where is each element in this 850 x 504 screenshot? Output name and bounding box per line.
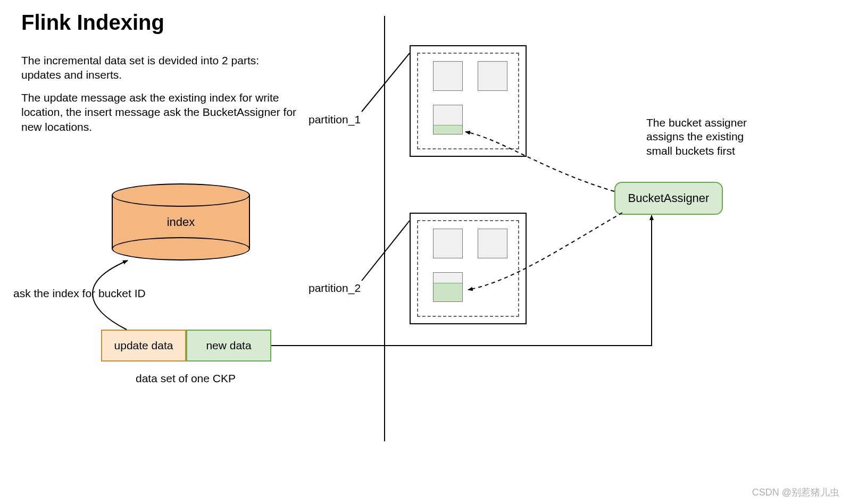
partition-2-box xyxy=(410,213,527,324)
new-data-box: new data xyxy=(186,330,271,362)
diagram-title: Flink Indexing xyxy=(21,11,164,35)
bucket-icon xyxy=(433,229,463,258)
partition-2-label: partition_2 xyxy=(309,282,361,295)
svg-line-2 xyxy=(362,221,410,281)
bucket-icon xyxy=(478,61,507,91)
watermark-text: CSDN @别惹猪儿虫 xyxy=(752,486,839,499)
bucket-assigner-note: The bucket assigner assigns the existing… xyxy=(646,116,753,158)
bucket-small-icon xyxy=(433,105,463,135)
bucket-icon xyxy=(433,61,463,91)
update-data-box: update data xyxy=(101,330,186,362)
svg-line-1 xyxy=(362,53,410,112)
index-label: index xyxy=(112,215,250,229)
bucket-small-icon xyxy=(433,272,463,302)
bucket-icon xyxy=(478,229,507,258)
index-cylinder: index xyxy=(112,183,250,261)
data-set-caption: data set of one CKP xyxy=(136,372,236,385)
description-paragraph-2: The update message ask the existing inde… xyxy=(21,90,298,134)
partition-1-box xyxy=(410,45,527,157)
bucket-assigner-box: BucketAssigner xyxy=(614,182,723,215)
index-note: ask the index for bucket ID xyxy=(13,287,146,300)
description-paragraph-1: The incremental data set is devided into… xyxy=(21,53,298,82)
partition-1-label: partition_1 xyxy=(309,113,361,126)
